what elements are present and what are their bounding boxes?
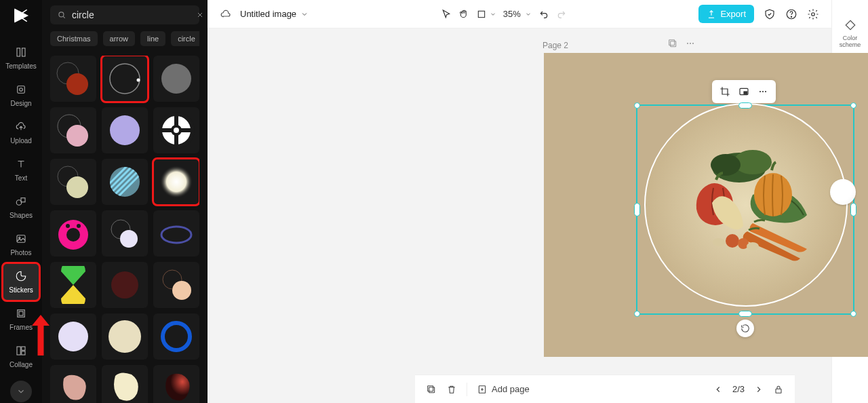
svg-point-65 (765, 91, 766, 92)
tag[interactable]: Christmas (50, 31, 98, 46)
nav-label: Design (10, 100, 31, 107)
document-title[interactable]: Untitled image (240, 9, 309, 19)
tag[interactable]: circle (171, 31, 199, 46)
artwork-circle[interactable] (644, 103, 848, 307)
svg-point-64 (762, 91, 764, 92)
help-icon[interactable] (785, 8, 797, 20)
resize-handle[interactable] (634, 102, 640, 109)
sticker-tile[interactable] (102, 159, 148, 205)
bottom-bar: Add page 2/3 (415, 375, 795, 403)
sticker-tile[interactable] (102, 107, 148, 153)
nav-shapes[interactable]: Shapes (3, 189, 39, 226)
svg-point-63 (760, 91, 761, 92)
sticker-tile[interactable] (153, 210, 199, 256)
more-page-icon[interactable] (685, 38, 696, 49)
export-icon (707, 9, 716, 19)
svg-point-51 (163, 323, 190, 350)
sticker-tile[interactable] (102, 210, 148, 256)
nav-design[interactable]: Design (3, 77, 39, 114)
sticker-grid (50, 56, 199, 403)
app-logo[interactable] (11, 5, 31, 26)
nav-collage[interactable]: Collage (3, 338, 39, 375)
sticker-tile[interactable] (153, 262, 199, 308)
delete-icon[interactable] (446, 384, 457, 395)
sticker-tile[interactable] (50, 313, 96, 360)
svg-point-45 (161, 227, 191, 243)
search-box[interactable] (50, 5, 199, 24)
sticker-tile[interactable] (102, 365, 148, 403)
resize-handle[interactable] (850, 203, 856, 216)
add-page-button[interactable]: Add page (477, 384, 530, 395)
cloud-sync-icon[interactable] (220, 8, 232, 20)
settings-icon[interactable] (807, 8, 819, 20)
sticker-tile[interactable] (50, 262, 96, 308)
sticker-tile[interactable] (102, 262, 148, 308)
resize-handle[interactable] (634, 203, 640, 216)
svg-point-27 (174, 128, 179, 133)
tag[interactable]: arrow (103, 31, 136, 46)
canvas-area[interactable]: Page 2 (208, 28, 831, 403)
prev-page-icon[interactable] (713, 385, 723, 394)
redo-icon[interactable] (556, 9, 567, 20)
resize-handle[interactable] (738, 311, 752, 317)
resize-handle[interactable] (738, 102, 752, 109)
svg-point-49 (58, 322, 88, 351)
svg-rect-10 (17, 347, 20, 355)
nav-label: Templates (5, 62, 37, 70)
lock-icon[interactable] (773, 384, 784, 395)
crop-tool-icon[interactable] (476, 9, 496, 20)
nav-photos[interactable]: Photos (3, 226, 39, 263)
svg-point-44 (120, 230, 138, 248)
rotate-button[interactable] (736, 320, 754, 337)
clear-search-icon[interactable] (196, 11, 204, 19)
svg-point-48 (172, 281, 191, 300)
add-page-label: Add page (492, 384, 530, 394)
sticker-tile[interactable] (50, 210, 96, 256)
svg-rect-2 (18, 86, 25, 94)
undo-icon[interactable] (538, 9, 549, 20)
crop-icon[interactable] (717, 84, 732, 99)
svg-rect-12 (22, 351, 25, 355)
sticker-tile[interactable] (102, 313, 148, 360)
export-button[interactable]: Export (698, 5, 754, 23)
sticker-tile[interactable] (50, 365, 96, 403)
select-tool-icon[interactable] (441, 9, 452, 20)
sticker-tile[interactable] (50, 159, 96, 205)
nav-label: Text (15, 174, 27, 182)
more-icon[interactable] (755, 84, 770, 99)
svg-rect-74 (429, 387, 435, 392)
sticker-tile[interactable] (153, 107, 199, 153)
svg-rect-57 (669, 40, 675, 45)
picture-in-picture-icon[interactable] (736, 84, 751, 99)
sticker-tile[interactable] (153, 56, 199, 102)
sticker-tile[interactable] (153, 159, 199, 205)
sticker-tile[interactable] (102, 56, 148, 102)
nav-stickers[interactable]: Stickers (3, 263, 39, 301)
search-input[interactable] (72, 9, 191, 20)
white-circle-sticker[interactable] (830, 179, 856, 205)
nav-templates[interactable]: Templates (3, 39, 39, 77)
hand-tool-icon[interactable] (458, 9, 469, 20)
sticker-tile[interactable] (153, 313, 199, 360)
shield-check-icon[interactable] (764, 8, 776, 20)
selection-box[interactable] (636, 104, 854, 315)
sticker-tile[interactable] (50, 107, 96, 153)
resize-handle[interactable] (850, 102, 856, 109)
nav-text[interactable]: Text (3, 151, 39, 189)
tag[interactable]: line (140, 31, 165, 46)
next-page-icon[interactable] (754, 385, 764, 394)
nav-upload[interactable]: Upload (3, 114, 39, 151)
duplicate-icon[interactable] (426, 384, 437, 395)
sticker-tile[interactable] (153, 365, 199, 403)
resize-handle[interactable] (850, 311, 856, 317)
nav-label: Stickers (9, 286, 33, 294)
duplicate-page-icon[interactable] (667, 38, 678, 49)
sticker-tile[interactable] (50, 56, 96, 102)
svg-rect-62 (744, 92, 747, 94)
nav-more-button[interactable] (10, 381, 32, 402)
resize-handle[interactable] (634, 311, 640, 317)
rail-color-scheme[interactable]: Color scheme (835, 12, 865, 56)
zoom-control[interactable]: 35% (503, 9, 532, 19)
nav-frames[interactable]: Frames (3, 301, 39, 338)
vegetables-illustration (671, 147, 821, 263)
